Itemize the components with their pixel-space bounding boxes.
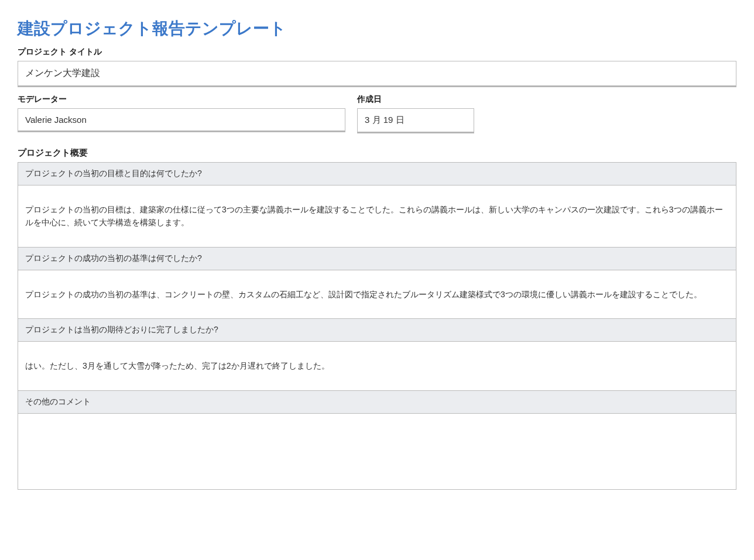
- answer-3: はい。ただし、3月を通して大雪が降ったため、完了は2か月遅れで終了しました。: [18, 342, 736, 390]
- answer-1: プロジェクトの当初の目標は、建築家の仕様に従って3つの主要な講義ホールを建設する…: [18, 185, 736, 248]
- moderator-date-row: モデレーター Valerie Jackson 作成日 3 月 19 日: [18, 94, 736, 133]
- question-4: その他のコメント: [18, 390, 736, 413]
- project-title-value: メンケン大学建設: [18, 61, 736, 87]
- question-1: プロジェクトの当初の目標と目的は何でしたか?: [18, 163, 736, 185]
- moderator-value: Valerie Jackson: [18, 108, 345, 132]
- answer-4: [18, 413, 736, 489]
- overview-section-title: プロジェクト概要: [18, 147, 736, 159]
- question-3: プロジェクトは当初の期待どおりに完了しましたか?: [18, 319, 736, 342]
- page-title: 建設プロジェクト報告テンプレート: [18, 18, 736, 40]
- answer-2: プロジェクトの成功の当初の基準は、コンクリートの壁、カスタムの石細工など、設計図…: [18, 270, 736, 318]
- question-2: プロジェクトの成功の当初の基準は何でしたか?: [18, 247, 736, 270]
- project-title-label: プロジェクト タイトル: [18, 47, 736, 57]
- moderator-label: モデレーター: [18, 94, 345, 105]
- creation-date-label: 作成日: [357, 94, 474, 105]
- overview-table: プロジェクトの当初の目標と目的は何でしたか? プロジェクトの当初の目標は、建築家…: [18, 162, 736, 490]
- creation-date-value: 3 月 19 日: [357, 108, 474, 133]
